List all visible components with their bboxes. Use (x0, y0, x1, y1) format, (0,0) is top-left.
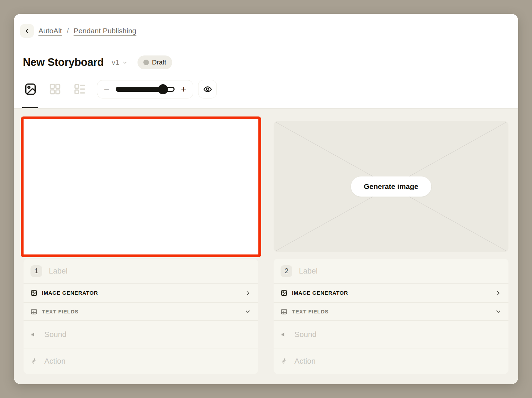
preview-button[interactable] (198, 80, 217, 98)
frame-2-canvas-placeholder[interactable]: Generate image (274, 121, 508, 252)
zoom-control: − + (97, 80, 193, 98)
tab-image-view[interactable] (24, 81, 37, 97)
breadcrumb-app-link[interactable]: AutoAlt (38, 27, 62, 35)
chevron-right-icon (245, 290, 251, 296)
frame-label-input[interactable] (299, 267, 502, 276)
page-title: New Storyboard (23, 56, 104, 69)
breadcrumb: AutoAlt / Pendant Publishing (20, 24, 136, 38)
action-placeholder: Action (294, 357, 316, 366)
image-generator-icon (281, 289, 287, 296)
breadcrumb-project-link[interactable]: Pendant Publishing (74, 27, 136, 35)
speaker-icon (30, 331, 37, 338)
text-fields-icon (281, 308, 287, 315)
tab-grid-view[interactable] (48, 81, 62, 97)
image-generator-label: IMAGE GENERATOR (292, 290, 348, 296)
frame-1-canvas-selected[interactable] (21, 116, 261, 257)
generate-image-button[interactable]: Generate image (351, 176, 431, 197)
image-generator-label: IMAGE GENERATOR (42, 290, 98, 296)
status-badge: Draft (138, 55, 172, 69)
zoom-slider[interactable] (116, 84, 175, 94)
action-placeholder: Action (44, 357, 65, 366)
frame-2-label-row: 2 (274, 259, 508, 283)
text-fields-icon (30, 308, 37, 315)
image-view-icon (24, 82, 37, 96)
frame-2-card: 2 IMAGE GENERATOR (274, 259, 508, 374)
breadcrumb-separator: / (67, 27, 69, 35)
frame-1-text-fields-row[interactable]: TEXT FIELDS (24, 302, 258, 320)
runner-icon (281, 358, 287, 365)
frame-1-sound-row[interactable]: Sound (24, 320, 258, 348)
grid-view-icon (48, 83, 62, 96)
frame-1-label-row: 1 (24, 259, 258, 283)
app-window: AutoAlt / Pendant Publishing New Storybo… (14, 14, 518, 384)
version-label: v1 (112, 58, 119, 67)
version-selector[interactable]: v1 (112, 58, 128, 67)
chevron-left-icon (24, 28, 30, 34)
tab-list-view[interactable] (73, 81, 87, 97)
frame-1-image-generator-row[interactable]: IMAGE GENERATOR (24, 283, 258, 302)
image-generator-icon (30, 289, 37, 296)
frame-2-sound-row[interactable]: Sound (274, 320, 508, 348)
storyboard-canvas-area: Generate image 1 IMAGE GENERATOR (14, 108, 518, 384)
header: AutoAlt / Pendant Publishing New Storybo… (14, 14, 518, 70)
status-label: Draft (152, 59, 166, 66)
toolbar: − + (14, 70, 518, 108)
frame-2-action-row[interactable]: Action (274, 348, 508, 374)
eye-icon (203, 85, 212, 94)
text-fields-label: TEXT FIELDS (292, 309, 329, 315)
sound-placeholder: Sound (294, 330, 317, 339)
zoom-in-button[interactable]: + (180, 85, 187, 94)
zoom-out-button[interactable]: − (103, 85, 110, 94)
frame-number-badge: 2 (281, 265, 292, 277)
frame-1-action-row[interactable]: Action (24, 348, 258, 374)
chevron-right-icon (495, 290, 502, 296)
chevron-down-icon (122, 60, 128, 66)
sound-placeholder: Sound (44, 330, 66, 339)
chevron-down-icon (245, 308, 251, 315)
frame-2-image-generator-row[interactable]: IMAGE GENERATOR (274, 283, 508, 302)
list-view-icon (73, 83, 86, 96)
back-button[interactable] (20, 24, 34, 38)
zoom-slider-thumb[interactable] (158, 84, 168, 94)
frame-1-card: 1 IMAGE GENERATOR (24, 259, 258, 374)
runner-icon (30, 358, 37, 365)
frame-2-text-fields-row[interactable]: TEXT FIELDS (274, 302, 508, 320)
speaker-icon (281, 331, 287, 338)
chevron-down-icon (495, 308, 502, 315)
frame-number-badge: 1 (30, 265, 42, 277)
zoom-slider-fill (116, 87, 164, 92)
text-fields-label: TEXT FIELDS (42, 309, 79, 315)
frame-label-input[interactable] (49, 267, 251, 276)
status-dot-icon (143, 60, 149, 65)
